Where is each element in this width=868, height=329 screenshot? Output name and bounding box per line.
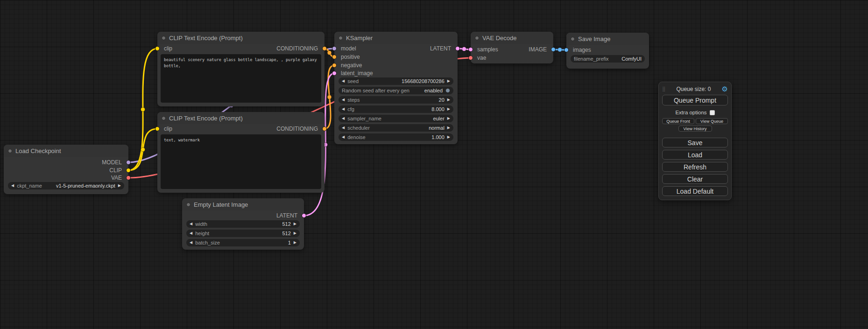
- input-slot-positive[interactable]: [332, 55, 337, 59]
- decrement-arrow-icon[interactable]: ◀: [342, 124, 345, 132]
- view-history-button[interactable]: View History: [678, 126, 712, 132]
- node-title-bar[interactable]: CLIP Text Encode (Prompt): [157, 32, 325, 44]
- collapse-dot-icon[interactable]: [571, 37, 575, 41]
- increment-arrow-icon[interactable]: ▶: [447, 105, 450, 113]
- output-slot-vae[interactable]: [126, 175, 131, 180]
- output-slot-conditioning[interactable]: [322, 46, 327, 51]
- increment-arrow-icon[interactable]: ▶: [447, 124, 450, 132]
- decrement-arrow-icon[interactable]: ◀: [190, 230, 192, 237]
- widget-cfg[interactable]: ◀ cfg 8.000 ▶: [339, 105, 453, 113]
- refresh-button[interactable]: Refresh: [662, 162, 728, 172]
- widget-label: sampler_name: [347, 116, 381, 121]
- collapse-dot-icon[interactable]: [186, 203, 191, 207]
- decrement-arrow-icon[interactable]: ◀: [342, 96, 345, 104]
- output-slot-conditioning[interactable]: [322, 126, 327, 131]
- widget-batch-size[interactable]: ◀ batch_size 1 ▶: [186, 239, 300, 246]
- link-midpoint-dot: [141, 147, 145, 152]
- widget-sampler-name[interactable]: ◀ sampler_name euler ▶: [339, 115, 453, 122]
- settings-gear-icon[interactable]: ⚙: [722, 85, 728, 92]
- output-slot-label-model: MODEL: [102, 159, 122, 166]
- queue-prompt-button[interactable]: Queue Prompt: [662, 95, 728, 105]
- increment-arrow-icon[interactable]: ▶: [294, 239, 296, 246]
- node-graph-canvas[interactable]: { "colors": { "model": "#b39ddb", "clip"…: [0, 0, 868, 329]
- input-slot-clip[interactable]: [155, 46, 160, 51]
- decrement-arrow-icon[interactable]: ◀: [342, 105, 345, 113]
- decrement-arrow-icon[interactable]: ◀: [11, 182, 14, 189]
- collapse-dot-icon[interactable]: [475, 36, 479, 40]
- input-slot-label-vae: vae: [477, 55, 486, 61]
- extra-options-checkbox[interactable]: [710, 110, 715, 115]
- input-slot-samples[interactable]: [468, 47, 473, 52]
- widget-height[interactable]: ◀ height 512 ▶: [186, 230, 300, 237]
- output-slot-image[interactable]: [551, 47, 556, 52]
- widget-label: cfg: [347, 106, 354, 112]
- decrement-arrow-icon[interactable]: ◀: [342, 133, 345, 141]
- input-slot-images[interactable]: [564, 48, 569, 52]
- widget-denoise[interactable]: ◀ denoise 1.000 ▶: [339, 133, 453, 141]
- negative-prompt-textarea[interactable]: text, watermark: [161, 134, 321, 189]
- node-save-image[interactable]: Save Image images filename_prefix ComfyU…: [566, 33, 649, 69]
- queue-front-button[interactable]: Queue Front: [662, 118, 694, 124]
- collapse-dot-icon[interactable]: [8, 149, 12, 153]
- history-row: View History: [662, 126, 728, 132]
- widget-scheduler[interactable]: ◀ scheduler normal ▶: [339, 124, 453, 132]
- widget-steps[interactable]: ◀ steps 20 ▶: [339, 96, 453, 104]
- input-slot-clip[interactable]: [155, 126, 160, 131]
- node-clip-text-encode-positive[interactable]: CLIP Text Encode (Prompt) clip CONDITION…: [157, 32, 325, 106]
- increment-arrow-icon[interactable]: ▶: [447, 96, 450, 104]
- increment-arrow-icon[interactable]: ▶: [447, 115, 450, 122]
- link-midpoint-dot: [327, 51, 332, 55]
- input-slot-latent-image[interactable]: [332, 71, 337, 76]
- widget-width[interactable]: ◀ width 512 ▶: [186, 220, 300, 228]
- node-ksampler[interactable]: KSampler model positive negative latent_…: [334, 32, 458, 144]
- queue-size-label: Queue size: 0: [676, 86, 711, 92]
- increment-arrow-icon[interactable]: ▶: [447, 77, 450, 85]
- node-title-bar[interactable]: Load Checkpoint: [4, 145, 128, 157]
- widget-seed[interactable]: ◀ seed 156680208700286 ▶: [339, 77, 453, 85]
- input-slot-label-negative: negative: [341, 62, 362, 69]
- increment-arrow-icon[interactable]: ▶: [118, 182, 121, 189]
- widget-ckpt-name[interactable]: ◀ ckpt_name v1-5-pruned-emaonly.ckpt ▶: [8, 182, 124, 189]
- widget-label: scheduler: [347, 125, 370, 131]
- widget-random-seed-toggle[interactable]: Random seed after every gen enabled: [339, 87, 453, 94]
- load-default-button[interactable]: Load Default: [662, 186, 728, 196]
- node-title-bar[interactable]: VAE Decode: [471, 32, 553, 44]
- save-button[interactable]: Save: [662, 138, 728, 147]
- input-slot-negative[interactable]: [332, 63, 337, 68]
- widget-filename-prefix[interactable]: filename_prefix ComfyUI: [571, 55, 645, 63]
- node-clip-text-encode-negative[interactable]: CLIP Text Encode (Prompt) clip CONDITION…: [157, 112, 325, 193]
- output-slot-model[interactable]: [126, 160, 131, 165]
- increment-arrow-icon[interactable]: ▶: [294, 230, 296, 237]
- input-slot-model[interactable]: [332, 46, 337, 51]
- widget-value: 1.000: [431, 134, 445, 140]
- drag-handle-icon[interactable]: ⣿: [662, 86, 665, 91]
- output-slot-latent[interactable]: [302, 213, 306, 218]
- widget-label: Random seed after every gen: [342, 88, 409, 93]
- collapse-dot-icon[interactable]: [162, 116, 166, 120]
- output-slot-latent[interactable]: [455, 46, 460, 51]
- node-title-bar[interactable]: CLIP Text Encode (Prompt): [157, 112, 325, 124]
- node-title-bar[interactable]: Save Image: [566, 33, 649, 45]
- decrement-arrow-icon[interactable]: ◀: [190, 239, 192, 246]
- decrement-arrow-icon[interactable]: ◀: [190, 220, 192, 228]
- input-slot-vae[interactable]: [468, 56, 473, 60]
- node-title-bar[interactable]: Empty Latent Image: [182, 198, 304, 210]
- increment-arrow-icon[interactable]: ▶: [447, 133, 450, 141]
- clear-button[interactable]: Clear: [662, 174, 728, 184]
- node-vae-decode[interactable]: VAE Decode samples vae IMAGE: [471, 32, 553, 63]
- increment-arrow-icon[interactable]: ▶: [294, 220, 296, 228]
- collapse-dot-icon[interactable]: [162, 36, 166, 40]
- input-slot-label-clip: clip: [164, 45, 172, 52]
- widget-value: v1-5-pruned-emaonly.ckpt: [56, 183, 115, 189]
- node-load-checkpoint[interactable]: Load Checkpoint MODEL CLIP VAE ◀ ckpt_na…: [4, 145, 128, 194]
- decrement-arrow-icon[interactable]: ◀: [342, 115, 345, 122]
- positive-prompt-textarea[interactable]: beautiful scenery nature glass bottle la…: [161, 54, 321, 103]
- node-empty-latent-image[interactable]: Empty Latent Image LATENT ◀ width 512 ▶ …: [182, 198, 304, 250]
- load-button[interactable]: Load: [662, 150, 728, 160]
- view-queue-button[interactable]: View Queue: [696, 118, 728, 124]
- collapse-dot-icon[interactable]: [339, 36, 343, 40]
- toggle-indicator-icon[interactable]: [445, 88, 450, 93]
- decrement-arrow-icon[interactable]: ◀: [342, 77, 345, 85]
- output-slot-clip[interactable]: [126, 168, 131, 173]
- node-title-bar[interactable]: KSampler: [334, 32, 458, 44]
